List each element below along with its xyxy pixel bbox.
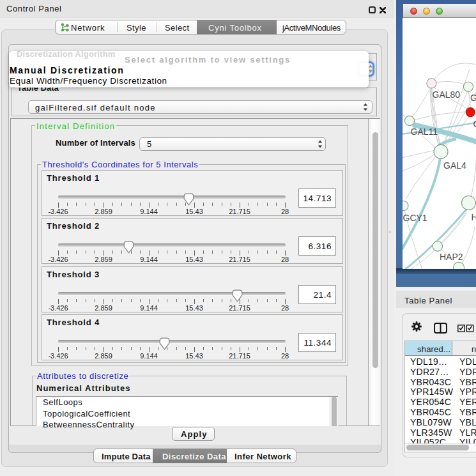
svg-text:GAL80: GAL80 xyxy=(433,89,461,100)
svg-text:GAL11: GAL11 xyxy=(411,127,438,137)
svg-text:HAP2: HAP2 xyxy=(440,252,463,262)
svg-text:GAL4: GAL4 xyxy=(443,160,466,171)
svg-text:GCY1: GCY1 xyxy=(403,213,427,223)
svg-text:C: C xyxy=(473,119,476,129)
svg-text:H: H xyxy=(472,212,476,222)
svg-text:GA: GA xyxy=(470,93,476,103)
